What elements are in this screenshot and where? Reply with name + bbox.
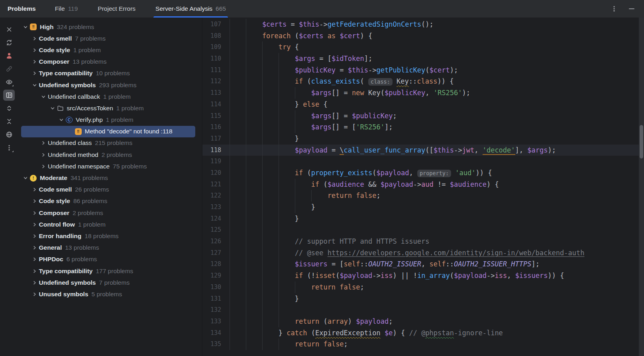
code-line[interactable]: 124} [202, 213, 644, 225]
tree-row-undefined-method[interactable]: Undefined method2 problems [18, 149, 202, 160]
refresh-icon[interactable] [3, 37, 15, 48]
tree-row-code-style[interactable]: Code style86 problems [18, 196, 202, 207]
chevron-right-icon[interactable] [30, 269, 39, 274]
user-icon[interactable] [3, 50, 15, 61]
chevron-right-icon[interactable] [39, 164, 48, 169]
tree-row-composer[interactable]: Composer13 problems [18, 56, 202, 68]
code-line[interactable]: 115$args[] = $publicKey; [202, 110, 644, 122]
chevron-right-icon[interactable] [30, 245, 39, 250]
code-line[interactable]: 130return false; [202, 282, 644, 293]
chevron-right-icon[interactable] [30, 234, 39, 239]
tree-row-undefined-symbols[interactable]: Undefined symbols7 problems [18, 277, 202, 288]
code-line[interactable]: 108foreach ($certs as $cert) { [202, 30, 644, 42]
code-line[interactable]: 114} else { [202, 99, 644, 110]
tree-row-type-compatibility[interactable]: Type compatibility177 problems [18, 265, 202, 277]
code-line[interactable]: 109try { [202, 41, 644, 53]
code-line[interactable]: 127// @see https://developers.google.com… [202, 247, 644, 259]
chevron-right-icon[interactable] [30, 211, 39, 215]
chevron-right-icon[interactable] [30, 71, 39, 76]
chevron-right-icon[interactable] [30, 280, 39, 285]
chevron-down-icon[interactable] [30, 83, 39, 88]
code-token: class [417, 77, 437, 85]
code-line[interactable]: 134} catch (ExpiredException $e) { // @p… [202, 327, 644, 339]
tree-row-general[interactable]: General13 problems [18, 242, 202, 254]
tab-project-errors[interactable]: Project Errors [97, 0, 136, 18]
chevron-right-icon[interactable] [30, 59, 39, 64]
tree-row-undefined-class[interactable]: Undefined class215 problems [18, 137, 202, 149]
chevron-down-icon[interactable] [21, 176, 30, 180]
tree-row-undefined-namespace[interactable]: Undefined namespace75 problems [18, 160, 202, 172]
tab-server-side-analysis[interactable]: Server-Side Analysis665 [155, 0, 227, 18]
code-line[interactable]: 111$publicKey = $this->getPublicKey($cer… [202, 65, 644, 76]
tab-file[interactable]: File119 [54, 0, 79, 18]
chevron-down-icon[interactable] [39, 94, 48, 99]
code-line[interactable]: 123} [202, 201, 644, 213]
code-line[interactable]: 128$issuers = [self::OAUTH2_ISSUER, self… [202, 258, 644, 270]
tree-item-count: 1 problem [116, 105, 144, 112]
chevron-right-icon[interactable] [30, 187, 39, 192]
code-line[interactable]: 135return false; [202, 338, 644, 350]
chevron-right-icon[interactable] [30, 36, 39, 41]
tree-row-moderate[interactable]: !Moderate341 problems [18, 172, 202, 184]
code-line[interactable]: 133return (array) $payload; [202, 316, 644, 327]
chevron-right-icon[interactable] [39, 153, 48, 157]
tree-row-type-compatibility[interactable]: Type compatibility10 problems [18, 68, 202, 79]
code-line[interactable]: 120if (property_exists($payload, propert… [202, 167, 644, 179]
tree-row-src-accesstoken[interactable]: src/AccessToken1 problem [18, 102, 202, 114]
chevron-down-icon[interactable] [57, 117, 66, 122]
tree-row-selected[interactable]: !!Method "decode" not found :118 [21, 126, 195, 137]
tree-item-count: 26 problems [75, 186, 109, 193]
editor-scrollbar-track[interactable] [639, 18, 644, 356]
code-line[interactable]: 121if ($audience && $payload->aud != $au… [202, 179, 644, 190]
tree-row-code-smell[interactable]: Code smell7 problems [18, 33, 202, 44]
chevron-down-icon[interactable] [48, 106, 57, 111]
chevron-down-icon[interactable] [21, 25, 30, 29]
close-icon[interactable] [3, 24, 15, 35]
layout-icon[interactable] [3, 90, 15, 101]
tree-row-undefined-symbols[interactable]: Undefined symbols293 problems [18, 79, 202, 91]
tree-row-high[interactable]: !!High324 problems [18, 21, 202, 33]
expand-all-icon[interactable] [3, 103, 15, 114]
chevron-right-icon[interactable] [30, 292, 39, 297]
tree-row-control-flow[interactable]: Control flow1 problem [18, 219, 202, 230]
code-editor[interactable]: 107$certs = $this->getFederatedSignOnCer… [202, 18, 644, 356]
code-line[interactable]: 129if (!isset($payload->iss) || !in_arra… [202, 270, 644, 282]
code-line[interactable]: 107$certs = $this->getFederatedSignOnCer… [202, 19, 644, 30]
code-token: = [328, 146, 340, 154]
code-line[interactable]: 117} [202, 133, 644, 145]
tree-item-count: 13 problems [73, 58, 106, 65]
code-line[interactable]: 112if (class_exists( class: Key::class))… [202, 76, 644, 87]
code-line[interactable]: 131} [202, 293, 644, 305]
chevron-right-icon[interactable] [39, 141, 48, 145]
editor-scrollbar-thumb[interactable] [640, 125, 643, 158]
web-icon[interactable] [3, 129, 15, 140]
preview-icon[interactable] [3, 76, 15, 88]
more-icon[interactable] [610, 4, 618, 13]
link-icon[interactable] [3, 63, 15, 74]
chevron-right-icon[interactable] [30, 199, 39, 203]
tree-row-undefined-callback[interactable]: Undefined callback1 problem [18, 91, 202, 102]
tree-row-composer[interactable]: Composer2 problems [18, 207, 202, 219]
code-token: $payload [340, 272, 372, 280]
code-line[interactable]: 126// support HTTP and HTTPS issuers [202, 236, 644, 247]
chevron-right-icon[interactable] [30, 48, 39, 53]
code-line[interactable]: 110$args = [$idToken]; [202, 53, 644, 65]
chevron-right-icon[interactable] [30, 257, 39, 262]
code-line-current[interactable]: 118$payload = \call_user_func_array([$th… [202, 145, 644, 156]
code-line[interactable]: 125 [202, 224, 644, 236]
tree-row-verify-php[interactable]: CVerify.php1 problem [18, 114, 202, 126]
tree-row-unused-symbols[interactable]: Unused symbols5 problems [18, 288, 202, 300]
code-line[interactable]: 113$args[] = new Key($publicKey, 'RS256'… [202, 87, 644, 99]
code-line[interactable]: 116$args[] = ['RS256']; [202, 121, 644, 133]
tree-row-code-style[interactable]: Code style1 problem [18, 44, 202, 56]
code-line[interactable]: 132 [202, 304, 644, 316]
minimize-icon[interactable] [627, 4, 636, 13]
code-line[interactable]: 119 [202, 156, 644, 167]
chevron-right-icon[interactable] [30, 222, 39, 227]
code-line[interactable]: 122return false; [202, 190, 644, 201]
tree-row-error-handling[interactable]: Error handling18 problems [18, 230, 202, 242]
collapse-all-icon[interactable] [3, 116, 15, 127]
tree-row-phpdoc[interactable]: PHPDoc6 problems [18, 254, 202, 265]
tree-row-code-smell[interactable]: Code smell26 problems [18, 184, 202, 196]
more-icon[interactable] [3, 142, 15, 153]
